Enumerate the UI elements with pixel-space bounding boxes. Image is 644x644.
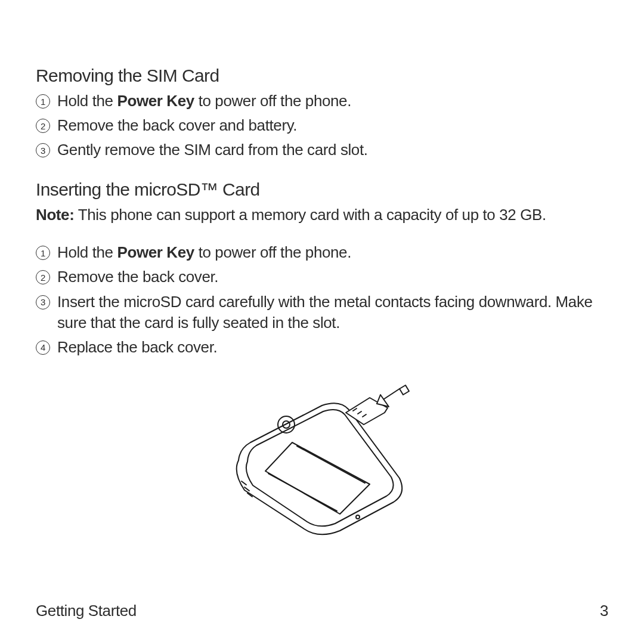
heading-inserting-microsd: Inserting the microSD™ Card [36, 179, 608, 200]
step-number-icon: 2 [36, 270, 50, 284]
list-item: 4 Replace the back cover. [36, 337, 608, 358]
svg-point-2 [356, 515, 360, 519]
step-number-icon: 3 [36, 295, 50, 309]
phone-microsd-illustration-icon [221, 377, 423, 544]
step-number-icon: 4 [36, 340, 50, 355]
step-text: Replace the back cover. [57, 337, 608, 358]
steps-inserting-microsd: 1 Hold the Power Key to power off the ph… [36, 242, 608, 357]
step-text: Insert the microSD card carefully with t… [57, 292, 608, 333]
step-number-icon: 1 [36, 94, 50, 109]
list-item: 3 Gently remove the SIM card from the ca… [36, 140, 608, 160]
note-line: Note: This phone can support a memory ca… [36, 205, 608, 225]
step-number-icon: 2 [36, 119, 50, 133]
footer-section-name: Getting Started [36, 602, 137, 620]
footer-page-number: 3 [600, 602, 608, 620]
illustration-wrap [36, 377, 608, 544]
step-text: Hold the Power Key to power off the phon… [57, 91, 608, 112]
step-text: Remove the back cover and battery. [57, 115, 608, 136]
step-text: Remove the back cover. [57, 267, 608, 287]
step-number-icon: 3 [36, 143, 50, 157]
manual-page: Removing the SIM Card 1 Hold the Power K… [0, 0, 644, 644]
step-number-icon: 1 [36, 246, 50, 260]
heading-removing-sim: Removing the SIM Card [36, 66, 608, 86]
list-item: 2 Remove the back cover. [36, 267, 608, 287]
note-label: Note: [36, 206, 74, 224]
note-text: This phone can support a memory card wit… [74, 206, 546, 224]
page-footer: Getting Started 3 [36, 602, 608, 620]
list-item: 1 Hold the Power Key to power off the ph… [36, 242, 608, 263]
step-text: Gently remove the SIM card from the card… [57, 140, 608, 160]
list-item: 3 Insert the microSD card carefully with… [36, 292, 608, 333]
list-item: 1 Hold the Power Key to power off the ph… [36, 91, 608, 112]
list-item: 2 Remove the back cover and battery. [36, 115, 608, 136]
step-text: Hold the Power Key to power off the phon… [57, 242, 608, 263]
steps-removing-sim: 1 Hold the Power Key to power off the ph… [36, 91, 608, 160]
